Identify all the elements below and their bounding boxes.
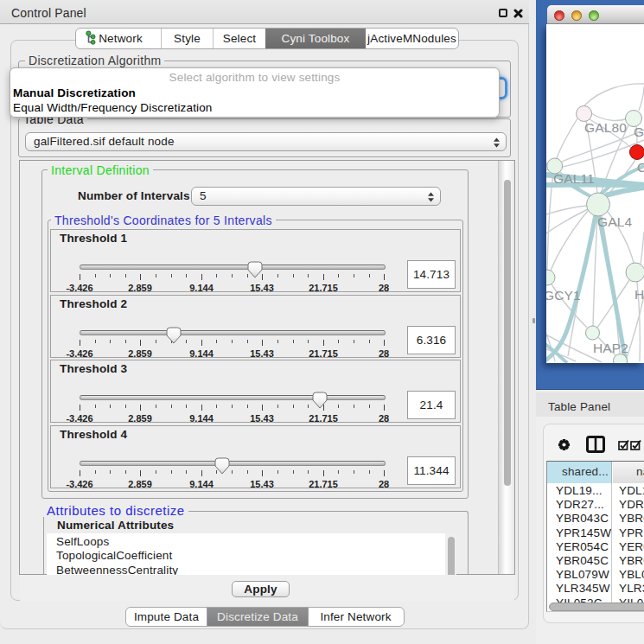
svg-text:GAL80: GAL80 xyxy=(584,120,627,135)
svg-text:HAP2: HAP2 xyxy=(593,341,628,355)
svg-text:GAL11: GAL11 xyxy=(553,171,595,186)
svg-text:C: C xyxy=(637,160,644,175)
svg-text:GCY1: GCY1 xyxy=(546,288,581,303)
svg-text:GAL4: GAL4 xyxy=(597,214,632,229)
svg-text:GA: GA xyxy=(634,124,644,139)
svg-text:HA: HA xyxy=(634,287,644,302)
